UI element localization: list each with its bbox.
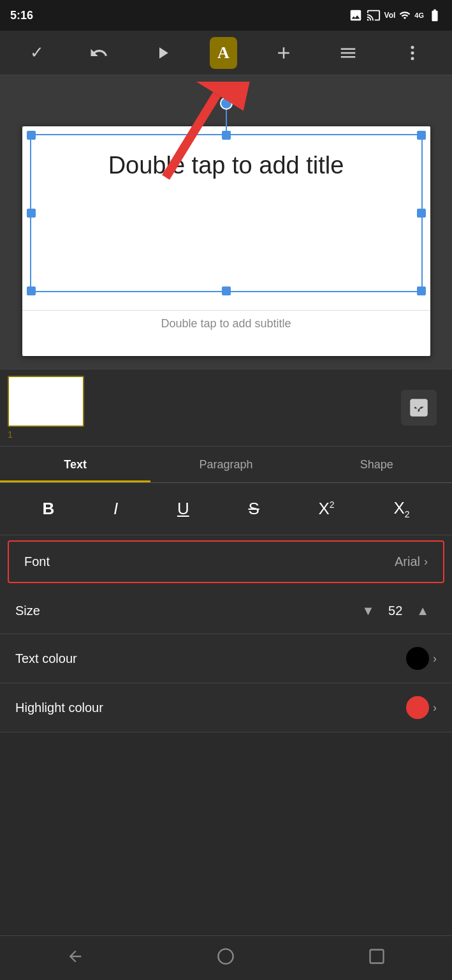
slide-canvas[interactable]: Double tap to add title Double tap to ad… [22,126,430,356]
underline-icon: U [177,499,189,519]
highlight-colour-swatch[interactable] [406,696,429,719]
slide-title[interactable]: Double tap to add title [22,145,430,186]
svg-rect-5 [370,949,383,963]
format-tabs: Text Paragraph Shape [0,447,452,483]
font-format-button[interactable]: A [210,37,237,69]
highlight-colour-label: Highlight colour [15,701,103,715]
text-style-row: B I U S X2 X2 [0,483,452,535]
strikethrough-icon: S [248,499,259,519]
status-time: 5:16 [10,9,33,22]
bold-button[interactable]: B [36,494,61,524]
handle-middle-left[interactable] [27,209,36,218]
more-icon [403,43,422,63]
canvas-area: Double tap to add title Double tap to ad… [0,75,452,369]
bold-icon: B [42,499,54,519]
text-colour-swatch[interactable] [406,647,429,670]
size-increase-button[interactable]: ▲ [409,601,437,621]
italic-button[interactable]: I [107,494,124,524]
text-colour-row[interactable]: Text colour › [0,634,452,683]
font-value: Arial › [395,554,428,569]
handle-top-middle[interactable] [222,131,231,140]
nav-back-button[interactable] [47,941,103,976]
notes-icon [339,43,358,63]
more-button[interactable] [395,37,430,69]
add-icon [274,43,293,63]
svg-point-2 [411,57,414,60]
slides-panel-inner: 1 [8,376,444,440]
slides-panel: 1 [0,369,452,447]
signal-icon [399,10,411,21]
top-toolbar: ✓ A [0,31,452,75]
svg-point-4 [219,949,233,963]
text-colour-controls: › [406,647,437,670]
text-colour-label: Text colour [15,651,77,666]
cast-icon [367,8,381,22]
tab-shape[interactable]: Shape [302,447,452,482]
nav-recent-button[interactable] [349,941,405,976]
handle-middle-right[interactable] [417,209,426,218]
back-icon [66,947,84,965]
handle-top-left[interactable] [27,131,36,140]
subscript-button[interactable]: X2 [387,493,416,524]
italic-icon: I [113,499,118,519]
superscript-button[interactable]: X2 [312,494,341,524]
font-format-icon: A [217,43,230,63]
subscript-icon: X2 [393,498,409,519]
slide-thumbnail-1[interactable] [8,376,84,427]
strikethrough-button[interactable]: S [242,494,265,524]
handle-bottom-left[interactable] [27,286,36,295]
nav-bar [0,935,452,980]
play-button[interactable] [145,37,180,69]
nav-spacer [0,732,452,777]
status-bar: 5:16 Vol 4G [0,0,452,31]
font-label: Font [24,554,50,569]
tab-text[interactable]: Text [0,447,150,482]
handle-bottom-middle[interactable] [222,286,231,295]
superscript-icon: X2 [319,499,335,519]
network-icon: 4G [414,11,424,19]
recent-icon [368,947,386,965]
font-chevron-icon: › [424,555,428,568]
size-controls: ▼ 52 ▲ [354,601,437,621]
slide-subtitle[interactable]: Double tap to add subtitle [22,310,430,337]
undo-button[interactable] [82,37,116,69]
size-value: 52 [386,604,405,618]
size-row[interactable]: Size ▼ 52 ▲ [0,588,452,634]
size-decrease-button[interactable]: ▼ [354,601,382,621]
rotation-handle[interactable] [220,97,233,110]
text-colour-chevron-icon: › [433,652,437,665]
underline-button[interactable]: U [171,494,196,524]
highlight-colour-controls: › [406,696,437,719]
highlight-colour-chevron-icon: › [433,701,437,715]
add-slide-icon [407,396,430,419]
nav-home-button[interactable] [198,941,254,976]
handle-top-right[interactable] [417,131,426,140]
handle-bottom-right[interactable] [417,286,426,295]
add-button[interactable] [266,37,301,69]
add-slide-button[interactable] [401,390,437,426]
check-button[interactable]: ✓ [22,36,52,69]
notes-button[interactable] [331,37,365,69]
status-icons: Vol 4G [349,8,442,22]
undo-icon [89,43,108,63]
svg-point-0 [411,45,414,48]
home-icon [217,947,235,965]
svg-point-1 [411,51,414,54]
format-options: B I U S X2 X2 Font Arial › Size ▼ 52 ▲ [0,483,452,732]
play-icon [153,43,172,63]
font-row[interactable]: Font Arial › [8,540,444,583]
highlight-colour-row[interactable]: Highlight colour › [0,683,452,732]
slide-number-1: 1 [8,429,84,440]
tab-paragraph[interactable]: Paragraph [150,447,301,482]
slide-thumb-wrapper-1: 1 [8,376,84,440]
size-label: Size [15,604,40,618]
battery-icon [428,8,442,22]
photo-icon [349,8,363,22]
vol-icon: Vol [384,11,396,20]
